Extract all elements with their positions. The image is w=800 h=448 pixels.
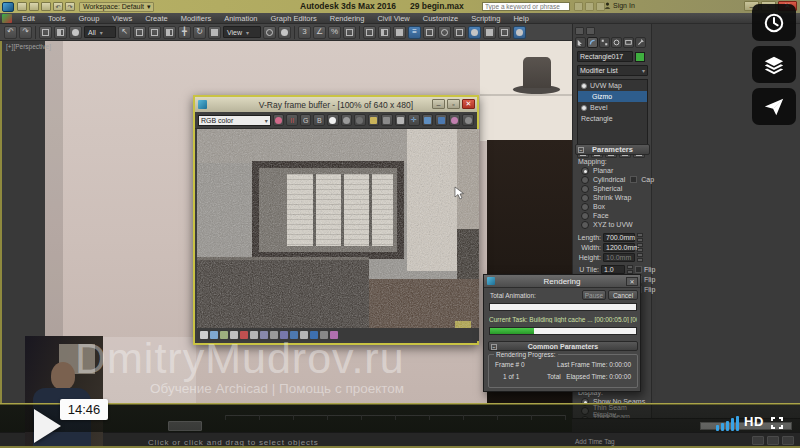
send-icon[interactable] — [752, 88, 796, 125]
parameters-rollout-header[interactable]: − Parameters — [575, 144, 650, 155]
edit-named-selections-icon[interactable] — [363, 26, 376, 39]
panel-menu-icon[interactable] — [586, 27, 595, 35]
graphite-ribbon-icon[interactable] — [423, 26, 436, 39]
u-tile-field[interactable]: 1.0 — [601, 265, 625, 274]
vfb-pause-icon[interactable]: II — [286, 114, 298, 126]
radio-face[interactable]: Face — [581, 211, 609, 220]
save-file-icon[interactable] — [41, 2, 51, 11]
height-spinner[interactable] — [637, 253, 643, 262]
rectangular-selection-region-icon[interactable] — [148, 26, 161, 39]
align-icon[interactable] — [393, 26, 406, 39]
cap-checkbox[interactable] — [630, 176, 637, 183]
curve-editor-icon[interactable] — [438, 26, 451, 39]
stack-item-rectangle[interactable]: Rectangle — [578, 113, 647, 124]
tab-motion[interactable] — [611, 37, 622, 48]
vfb-settings-icon[interactable] — [462, 114, 474, 126]
vfb-green-channel-icon[interactable]: G — [300, 114, 312, 126]
stack-item-bevel[interactable]: Bevel — [578, 102, 647, 113]
schematic-view-icon[interactable] — [453, 26, 466, 39]
stack-item-uvw-map[interactable]: UVW Map — [578, 80, 647, 91]
object-name-field[interactable]: Rectangle017 — [577, 51, 633, 62]
redo-icon[interactable]: ↷ — [65, 2, 75, 11]
add-time-tag[interactable]: Add Time Tag — [575, 438, 615, 445]
volume-icon[interactable] — [716, 416, 739, 431]
radio-spherical[interactable]: Spherical — [581, 184, 622, 193]
select-by-name-icon[interactable] — [133, 26, 146, 39]
modifier-list-dropdown[interactable]: Modifier List ▾ — [577, 65, 648, 76]
menu-views[interactable]: Views — [106, 14, 138, 23]
spinner-snap-icon[interactable] — [343, 26, 356, 39]
undo-icon[interactable]: ↶ — [53, 2, 63, 11]
tab-modify[interactable] — [587, 37, 598, 48]
radio-planar[interactable]: Planar — [581, 166, 613, 175]
tab-display[interactable] — [623, 37, 634, 48]
viewport-label[interactable]: [+][Perspective] — [6, 43, 51, 50]
vfb-track-mouse-icon[interactable]: ✛ — [408, 114, 420, 126]
tab-utilities[interactable] — [635, 37, 646, 48]
common-parameters-rollout[interactable]: − Common Parameters — [488, 341, 638, 351]
vfb-alpha-channel-icon[interactable] — [354, 114, 366, 126]
search-input[interactable] — [482, 2, 570, 11]
radio-shrink-wrap[interactable]: Shrink Wrap — [581, 193, 631, 202]
redo-icon[interactable]: ↷ — [19, 26, 32, 39]
open-file-icon[interactable] — [29, 2, 39, 11]
vfb-title-bar[interactable]: V-Ray frame buffer - [100% of 640 x 480]… — [195, 97, 477, 112]
height-field[interactable]: 10.0mm — [603, 253, 635, 262]
tab-hierarchy[interactable] — [599, 37, 610, 48]
mirror-icon[interactable] — [378, 26, 391, 39]
stack-item-gizmo[interactable]: Gizmo — [578, 91, 647, 102]
vfb-gray-channel-icon[interactable] — [341, 114, 353, 126]
vfb-compare-icon[interactable] — [435, 114, 447, 126]
new-scene-icon[interactable] — [17, 2, 27, 11]
video-player-bar[interactable] — [0, 404, 800, 432]
rendering-dialog-title-bar[interactable]: Rendering ✕ — [484, 275, 640, 288]
vfb-history-icon[interactable] — [449, 114, 461, 126]
window-crossing-icon[interactable] — [163, 26, 176, 39]
layer-manager-icon[interactable]: ≡ — [408, 26, 421, 39]
reference-coordinate-dropdown[interactable]: View ▾ — [223, 26, 261, 38]
percent-snap-icon[interactable]: % — [328, 26, 341, 39]
select-and-scale-icon[interactable] — [208, 26, 221, 39]
select-and-move-icon[interactable]: ╋ — [178, 26, 191, 39]
render-production-icon[interactable] — [513, 26, 526, 39]
vfb-color-corrections-icon[interactable] — [273, 114, 285, 126]
menu-edit[interactable]: Edit — [16, 14, 41, 23]
menu-scripting[interactable]: Scripting — [465, 14, 506, 23]
vfb-white-balance-icon[interactable] — [327, 114, 339, 126]
visibility-bulb-icon[interactable] — [581, 83, 587, 89]
use-pivot-center-icon[interactable] — [263, 26, 276, 39]
radio-cylindrical[interactable]: Cylindrical Cap — [581, 175, 654, 184]
grid-toggle-icon[interactable] — [752, 436, 764, 445]
rendering-dialog-close-button[interactable]: ✕ — [626, 277, 638, 286]
rendered-frame-window-icon[interactable] — [498, 26, 511, 39]
angle-snap-icon[interactable]: ∠ — [313, 26, 326, 39]
u-flip-checkbox[interactable] — [635, 266, 642, 273]
select-and-link-icon[interactable] — [39, 26, 52, 39]
3ds-max-logo-icon[interactable] — [2, 2, 14, 12]
lock-selection-icon[interactable] — [767, 436, 779, 445]
select-object-icon[interactable]: ↖ — [118, 26, 131, 39]
selection-filter-dropdown[interactable]: All ▾ — [84, 26, 116, 38]
width-field[interactable]: 1200.0mm — [603, 243, 635, 252]
vfb-clear-image-icon[interactable] — [381, 114, 393, 126]
vray-frame-buffer-window[interactable]: V-Ray frame buffer - [100% of 640 x 480]… — [193, 95, 479, 345]
app-menu-icon[interactable] — [2, 14, 12, 23]
sign-in-button[interactable]: Sign In — [604, 2, 635, 9]
menu-create[interactable]: Create — [139, 14, 174, 23]
pause-button[interactable]: Pause — [582, 290, 606, 300]
menu-customize[interactable]: Customize — [417, 14, 464, 23]
cancel-button[interactable]: Cancel — [608, 290, 638, 300]
home-icon[interactable] — [585, 2, 594, 11]
fullscreen-icon[interactable] — [770, 416, 784, 434]
undo-icon[interactable]: ↶ — [4, 26, 17, 39]
play-icon[interactable] — [34, 409, 61, 443]
visibility-bulb-icon[interactable] — [581, 105, 587, 111]
object-color-swatch[interactable] — [635, 52, 645, 62]
layers-icon[interactable] — [752, 46, 796, 83]
radio-box[interactable]: Box — [581, 202, 605, 211]
vfb-save-image-icon[interactable] — [368, 114, 380, 126]
radio-xyz-to-uvw[interactable]: XYZ to UVW — [581, 220, 633, 229]
material-editor-icon[interactable] — [468, 26, 481, 39]
coordinate-display-icon[interactable] — [782, 436, 794, 445]
vfb-close-button[interactable]: ✕ — [462, 99, 475, 109]
